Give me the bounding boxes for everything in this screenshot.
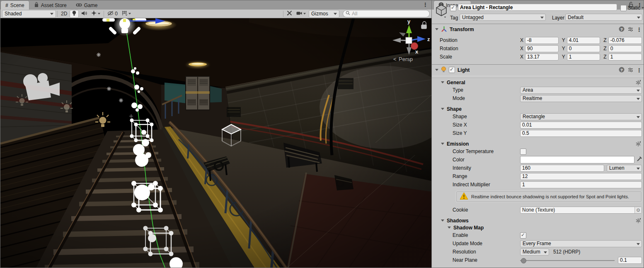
size-y-field[interactable]: [520, 130, 642, 137]
gizmo-center-cube[interactable]: [406, 37, 412, 44]
effects-toggle-button[interactable]: [90, 10, 102, 17]
component-menu-icon[interactable]: ⋮: [637, 27, 642, 32]
emission-section-header[interactable]: Emission: [432, 140, 644, 147]
update-mode-dropdown[interactable]: Every Frame: [520, 240, 642, 247]
tab-asset-store[interactable]: Asset Store: [29, 1, 71, 10]
gizmos-label: Gizmos: [311, 11, 328, 17]
foldout-icon[interactable]: [448, 227, 451, 229]
foldout-icon[interactable]: [435, 69, 438, 71]
intensity-field[interactable]: [520, 165, 604, 172]
size-x-field[interactable]: [520, 122, 642, 129]
resolution-dropdown[interactable]: Medium: [520, 249, 549, 256]
shading-mode-dropdown[interactable]: Shaded: [2, 10, 56, 18]
foldout-icon[interactable]: [441, 81, 444, 83]
gameobject-cube-icon[interactable]: [435, 4, 448, 20]
scene-search-field[interactable]: [343, 10, 430, 17]
grid-snap-button[interactable]: [120, 10, 133, 17]
color-temperature-row: Color Temperature: [432, 147, 644, 156]
shadows-section-header[interactable]: Shadows: [432, 217, 644, 224]
tab-game[interactable]: Game: [71, 1, 102, 10]
camera-dropdown-caret[interactable]: [303, 13, 306, 15]
color-temperature-checkbox[interactable]: [520, 149, 526, 155]
color-swatch[interactable]: [520, 156, 634, 163]
gameobject-name-field[interactable]: [458, 4, 617, 11]
scale-y-field[interactable]: [567, 54, 600, 61]
warning-box: Realtime indirect bounce shadowing is no…: [456, 191, 642, 202]
rotation-label: Rotation: [440, 46, 520, 51]
hidden-objects-count: 0: [115, 11, 118, 17]
position-z-field[interactable]: [608, 37, 642, 44]
shape-dropdown[interactable]: Rectangle: [520, 113, 642, 120]
shadow-enable-checkbox[interactable]: [520, 232, 526, 239]
presets-icon[interactable]: [628, 27, 633, 33]
layer-dropdown[interactable]: Default: [565, 14, 642, 21]
component-tools-button[interactable]: [285, 10, 294, 17]
advanced-gear-icon[interactable]: [636, 218, 641, 224]
rotation-x-field[interactable]: [525, 45, 559, 52]
object-picker-icon[interactable]: ⊙: [634, 207, 642, 213]
mode-label: Mode: [453, 95, 520, 101]
update-mode-value: Every Frame: [523, 241, 551, 246]
enable-row: Enable: [432, 231, 644, 239]
transform-header[interactable]: Transform ? ⋮: [432, 24, 644, 34]
type-dropdown[interactable]: Area: [520, 87, 642, 94]
presets-icon[interactable]: [628, 67, 633, 74]
foldout-icon[interactable]: [441, 108, 444, 110]
indirect-multiplier-field[interactable]: [520, 181, 642, 188]
general-section-header[interactable]: General: [432, 79, 644, 86]
position-x-field[interactable]: [525, 37, 559, 44]
size-y-label: Size Y: [453, 130, 520, 136]
scene-panel-menu-icon[interactable]: ⋮: [423, 2, 428, 7]
mode-dropdown[interactable]: Realtime: [520, 95, 642, 102]
near-plane-row: Near Plane: [432, 256, 644, 264]
active-checkbox[interactable]: [450, 5, 456, 11]
shape-row: Shape Rectangle: [432, 112, 644, 121]
light-header[interactable]: Light ? ⋮: [432, 64, 644, 75]
persp-label[interactable]: < Persp: [393, 56, 413, 62]
light-enabled-checkbox[interactable]: [449, 67, 455, 73]
range-field[interactable]: [520, 173, 642, 180]
enable-label: Enable: [453, 232, 520, 238]
warning-text: Realtime indirect bounce shadowing is no…: [471, 194, 629, 199]
position-y-field[interactable]: [567, 37, 600, 44]
static-dropdown-caret[interactable]: [642, 7, 644, 9]
scale-z-field[interactable]: [608, 54, 642, 61]
warning-icon: [460, 192, 468, 201]
cookie-object-field[interactable]: None (Texture) ⊙: [520, 207, 642, 214]
eyedropper-icon[interactable]: [637, 156, 642, 163]
gizmos-dropdown[interactable]: Gizmos: [309, 10, 339, 18]
hidden-objects-button[interactable]: 0: [106, 10, 119, 17]
advanced-gear-icon[interactable]: [636, 141, 641, 148]
speaker-icon: [81, 11, 87, 17]
foldout-icon[interactable]: [435, 28, 438, 30]
intensity-unit-dropdown[interactable]: Lumen: [607, 165, 642, 172]
effects-dropdown-caret[interactable]: [98, 13, 100, 15]
persp-arrow: <: [393, 56, 397, 62]
rotation-z-field[interactable]: [608, 45, 642, 52]
cookie-row: Cookie None (Texture) ⊙: [432, 206, 644, 214]
foldout-icon[interactable]: [441, 219, 444, 222]
static-checkbox[interactable]: [620, 5, 627, 11]
shadow-map-header[interactable]: Shadow Map: [432, 224, 644, 231]
component-menu-icon[interactable]: ⋮: [637, 68, 642, 73]
tag-dropdown[interactable]: Untagged: [460, 14, 546, 21]
advanced-gear-icon[interactable]: [636, 80, 641, 86]
audio-toggle-button[interactable]: [80, 10, 89, 17]
shape-section-header[interactable]: Shape: [432, 105, 644, 112]
rotation-y-field[interactable]: [567, 45, 600, 52]
search-input[interactable]: [352, 11, 427, 17]
scene-viewport[interactable]: y z x < Persp: [0, 18, 431, 268]
foldout-icon[interactable]: [441, 143, 444, 145]
near-plane-field[interactable]: [618, 257, 642, 264]
scale-x-field[interactable]: [525, 54, 559, 61]
help-icon[interactable]: ?: [619, 67, 625, 74]
scene-lighting-button[interactable]: [70, 10, 79, 18]
2d-toggle-button[interactable]: 2D: [59, 10, 69, 17]
help-icon[interactable]: ?: [619, 26, 625, 33]
scale-label: Scale: [440, 54, 520, 60]
scene-camera-button[interactable]: [295, 10, 307, 17]
tab-game-label: Game: [84, 2, 98, 8]
tab-scene[interactable]: # Scene: [0, 0, 29, 10]
near-plane-slider[interactable]: [520, 257, 615, 264]
grid-snap-caret[interactable]: [128, 13, 131, 15]
